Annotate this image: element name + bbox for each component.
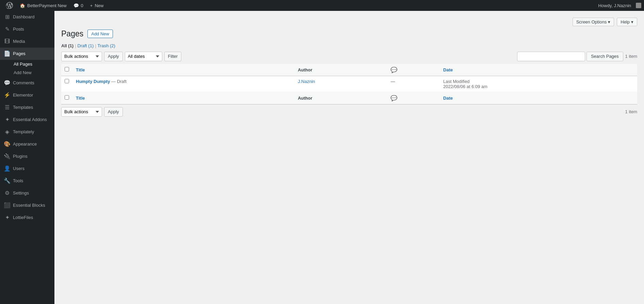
dates-select[interactable]: All dates <box>125 52 162 61</box>
row-author-cell: J.Naznin <box>294 76 387 92</box>
toolbar-bottom: Bulk actions Apply 1 item <box>61 107 637 117</box>
sidebar-item-label: Tools <box>13 178 23 184</box>
sidebar-item-media[interactable]: 🎞 Media <box>0 35 54 48</box>
bulk-actions-select-bottom[interactable]: Bulk actions <box>61 107 102 117</box>
sidebar-subitem-all-pages[interactable]: All Pages <box>0 60 54 68</box>
select-all-checkbox[interactable] <box>65 67 69 71</box>
howdy-text: Howdy, J.Naznin <box>595 3 634 8</box>
sidebar-item-label: Essential Blocks <box>13 202 45 208</box>
filter-sep-2: | <box>95 43 96 48</box>
comments-value: — <box>391 79 395 84</box>
top-bar: Screen Options ▾ Help ▾ <box>61 18 637 26</box>
sidebar-item-plugins[interactable]: 🔌 Plugins <box>0 150 54 163</box>
sidebar-item-templately[interactable]: ◈ Templately <box>0 126 54 138</box>
plus-icon: + <box>90 3 93 8</box>
row-checkbox-cell <box>61 76 72 92</box>
sidebar-item-label: Comments <box>13 80 34 86</box>
filter-trash-link[interactable]: Trash (2) <box>98 43 115 48</box>
sidebar-item-dashboard[interactable]: ⊞ Dashboard <box>0 11 54 23</box>
sidebar-item-settings[interactable]: ⚙ Settings <box>0 187 54 199</box>
filter-all-link[interactable]: All (1) <box>61 43 73 48</box>
page-title-link[interactable]: Humpty Dumpty <box>76 79 110 84</box>
date-footer-header: Date <box>440 92 637 104</box>
sidebar-item-essential-blocks[interactable]: ⬛ Essential Blocks <box>0 199 54 212</box>
sidebar-item-label: Essential Addons <box>13 117 47 123</box>
elementor-icon: ⚡ <box>4 92 10 98</box>
bulk-actions-select-top[interactable]: Bulk actions <box>61 52 102 61</box>
sidebar-subitem-add-new[interactable]: Add New <box>0 68 54 77</box>
appearance-icon: 🎨 <box>4 141 10 147</box>
sidebar-item-label: Elementor <box>13 92 33 98</box>
comments-column-header: 💬 <box>387 64 440 76</box>
sidebar-item-comments[interactable]: 💬 Comments <box>0 77 54 89</box>
help-button[interactable]: Help ▾ <box>617 18 637 26</box>
main-content: Screen Options ▾ Help ▾ Pages Add New Al… <box>54 11 644 304</box>
sidebar-item-lottiefiles[interactable]: ✦ LottieFiles <box>0 212 54 224</box>
filter-button[interactable]: Filter <box>164 52 182 61</box>
sidebar-item-essential-addons[interactable]: ✦ Essential Addons <box>0 114 54 126</box>
date-sort-link[interactable]: Date <box>443 67 453 72</box>
wp-logo-button[interactable] <box>3 0 16 11</box>
comments-icon: 💬 <box>391 67 397 73</box>
toolbar-top: Bulk actions Apply All dates Filter Sear… <box>61 52 637 61</box>
comments-icon: 💬 <box>4 80 10 86</box>
date-label: Last Modified <box>443 79 469 84</box>
title-footer-sort-link[interactable]: Title <box>76 96 85 101</box>
search-input[interactable] <box>517 52 585 61</box>
title-footer-header: Title <box>72 92 294 104</box>
item-count-bottom: 1 item <box>625 109 637 114</box>
date-column-header: Date <box>440 64 637 76</box>
search-pages-button[interactable]: Search Pages <box>587 52 623 61</box>
admin-bar: 🏠 BetterPayment New 💬 0 + New Howdy, J.N… <box>0 0 644 11</box>
filter-draft-link[interactable]: Draft (1) <box>78 43 94 48</box>
chevron-down-icon: ▾ <box>608 19 610 24</box>
sidebar-item-label: Pages <box>13 51 26 57</box>
comments-button[interactable]: 💬 0 <box>70 0 87 11</box>
media-icon: 🎞 <box>4 38 10 45</box>
sidebar-item-tools[interactable]: 🔧 Tools <box>0 175 54 187</box>
row-title-cell: Humpty Dumpty — Draft <box>72 76 294 92</box>
date-footer-sort-link[interactable]: Date <box>443 96 453 101</box>
templates-icon: ☰ <box>4 104 10 111</box>
author-link[interactable]: J.Naznin <box>298 79 315 84</box>
sidebar-item-label: LottieFiles <box>13 215 33 221</box>
sidebar-item-label: Plugins <box>13 153 28 159</box>
page-heading: Pages Add New <box>61 29 637 39</box>
search-area: Search Pages <box>517 52 623 61</box>
filter-links: All (1) | Draft (1) | Trash (2) <box>61 43 637 48</box>
sidebar-item-users[interactable]: 👤 Users <box>0 163 54 175</box>
apply-button-top[interactable]: Apply <box>104 52 123 61</box>
templately-icon: ◈ <box>4 129 10 135</box>
screen-options-button[interactable]: Screen Options ▾ <box>573 18 614 26</box>
site-name-button[interactable]: 🏠 BetterPayment New <box>16 0 70 11</box>
author-column-header: Author <box>294 64 387 76</box>
comments-footer-header: 💬 <box>387 92 440 104</box>
new-content-button[interactable]: + New <box>87 0 107 11</box>
chevron-down-icon: ▾ <box>631 19 633 24</box>
row-date-cell: Last Modified 2022/08/06 at 6:09 am <box>440 76 637 92</box>
select-all-footer-checkbox[interactable] <box>65 95 69 100</box>
apply-button-bottom[interactable]: Apply <box>104 107 123 117</box>
settings-icon: ⚙ <box>4 190 10 196</box>
sidebar-item-posts[interactable]: ✎ Posts <box>0 23 54 35</box>
select-all-header <box>61 64 72 76</box>
plugins-icon: 🔌 <box>4 153 10 159</box>
sidebar-item-label: Templates <box>13 104 33 111</box>
add-new-button[interactable]: Add New <box>87 30 113 38</box>
page-title: Pages <box>61 29 83 39</box>
title-sort-link[interactable]: Title <box>76 67 85 72</box>
draft-label: — Draft <box>111 79 127 84</box>
sidebar-item-elementor[interactable]: ⚡ Elementor <box>0 89 54 101</box>
sidebar-item-pages[interactable]: 📄 Pages <box>0 48 54 60</box>
table-row: Humpty Dumpty — Draft J.Naznin — Last Mo… <box>61 76 637 92</box>
sidebar-item-templates[interactable]: ☰ Templates <box>0 101 54 114</box>
comments-footer-icon: 💬 <box>391 95 397 101</box>
help-label: Help <box>621 19 630 24</box>
sidebar-item-appearance[interactable]: 🎨 Appearance <box>0 138 54 150</box>
posts-icon: ✎ <box>4 26 10 32</box>
row-checkbox[interactable] <box>65 79 69 83</box>
row-comments-cell: — <box>387 76 440 92</box>
tools-icon: 🔧 <box>4 178 10 184</box>
dashboard-icon: ⊞ <box>4 14 10 20</box>
title-column-header: Title <box>72 64 294 76</box>
